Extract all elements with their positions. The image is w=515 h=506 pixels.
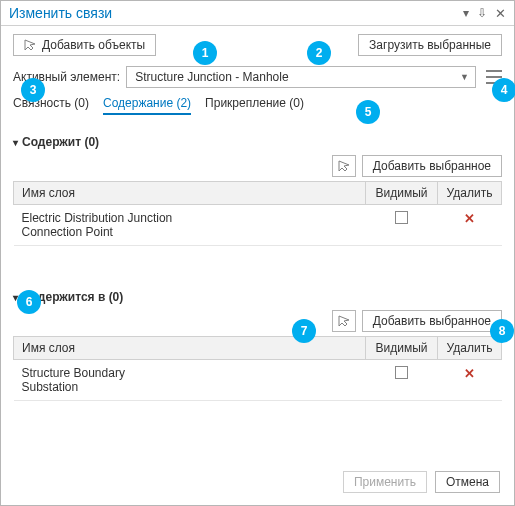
selection-cursor-icon: [338, 315, 350, 327]
contains-table: Имя слоя Видимый Удалить Electric Distri…: [13, 181, 502, 246]
chevron-down-icon: ▾: [13, 292, 18, 303]
table-row[interactable]: Structure Boundary Substation ✕: [14, 360, 502, 401]
close-icon[interactable]: ✕: [495, 6, 506, 21]
section-contains-toolbar: Добавить выбранное: [13, 155, 502, 177]
main-toolbar: Добавить объекты Загрузить выбранные: [1, 26, 514, 62]
col-visible: Видимый: [366, 337, 438, 360]
dropdown-icon[interactable]: ▾: [463, 6, 469, 20]
active-element-value: Structure Junction - Manhole: [135, 70, 288, 84]
tab-connectivity[interactable]: Связность (0): [13, 96, 89, 115]
svg-marker-0: [25, 40, 35, 50]
add-objects-label: Добавить объекты: [42, 38, 145, 52]
svg-marker-2: [339, 316, 349, 326]
select-tool-button[interactable]: [332, 155, 356, 177]
table-row[interactable]: Electric Distribution Junction Connectio…: [14, 205, 502, 246]
cell-layer-name: Electric Distribution Junction Connectio…: [14, 205, 366, 246]
contained-in-table: Имя слоя Видимый Удалить Structure Bound…: [13, 336, 502, 401]
select-tool-button[interactable]: [332, 310, 356, 332]
pin-icon[interactable]: ⇩: [477, 6, 487, 20]
add-selected-button[interactable]: Добавить выбранное: [362, 155, 502, 177]
cancel-button[interactable]: Отмена: [435, 471, 500, 493]
active-element-label: Активный элемент:: [13, 70, 120, 84]
tab-containment[interactable]: Содержание (2): [103, 96, 191, 115]
section-contained-in-toolbar: Добавить выбранное: [13, 310, 502, 332]
window-controls: ▾ ⇩ ✕: [463, 6, 506, 21]
svg-marker-1: [339, 161, 349, 171]
section-contains-title: Содержит (0): [22, 135, 99, 149]
load-selected-label: Загрузить выбранные: [369, 38, 491, 52]
apply-button[interactable]: Применить: [343, 471, 427, 493]
add-objects-button[interactable]: Добавить объекты: [13, 34, 156, 56]
titlebar: Изменить связи ▾ ⇩ ✕: [1, 1, 514, 26]
hamburger-menu-icon[interactable]: [486, 70, 502, 84]
window-title: Изменить связи: [9, 5, 112, 21]
delete-row-button[interactable]: ✕: [464, 366, 475, 381]
col-delete: Удалить: [438, 182, 502, 205]
section-contained-in-title: Содержится в (0): [22, 290, 123, 304]
footer: Применить Отмена: [1, 461, 514, 505]
content-body: ▾ Содержит (0) Добавить выбранное Имя сл…: [1, 121, 514, 461]
col-layer-name: Имя слоя: [14, 182, 366, 205]
chevron-down-icon: ▾: [13, 137, 18, 148]
add-selected-button[interactable]: Добавить выбранное: [362, 310, 502, 332]
load-selected-button[interactable]: Загрузить выбранные: [358, 34, 502, 56]
visible-checkbox[interactable]: [395, 211, 408, 224]
col-layer-name: Имя слоя: [14, 337, 366, 360]
chevron-down-icon: ▼: [460, 72, 469, 82]
section-contained-in-header[interactable]: ▾ Содержится в (0): [13, 290, 502, 304]
visible-checkbox[interactable]: [395, 366, 408, 379]
tab-attachment[interactable]: Прикрепление (0): [205, 96, 304, 115]
col-delete: Удалить: [438, 337, 502, 360]
delete-row-button[interactable]: ✕: [464, 211, 475, 226]
selection-cursor-icon: [338, 160, 350, 172]
selection-cursor-icon: [24, 39, 36, 51]
tab-strip: Связность (0) Содержание (2) Прикреплени…: [1, 94, 514, 121]
active-element-combobox[interactable]: Structure Junction - Manhole ▼: [126, 66, 476, 88]
cell-layer-name: Structure Boundary Substation: [14, 360, 366, 401]
section-contains-header[interactable]: ▾ Содержит (0): [13, 135, 502, 149]
col-visible: Видимый: [366, 182, 438, 205]
active-element-row: Активный элемент: Structure Junction - M…: [1, 62, 514, 94]
modify-associations-pane: Изменить связи ▾ ⇩ ✕ Добавить объекты За…: [0, 0, 515, 506]
